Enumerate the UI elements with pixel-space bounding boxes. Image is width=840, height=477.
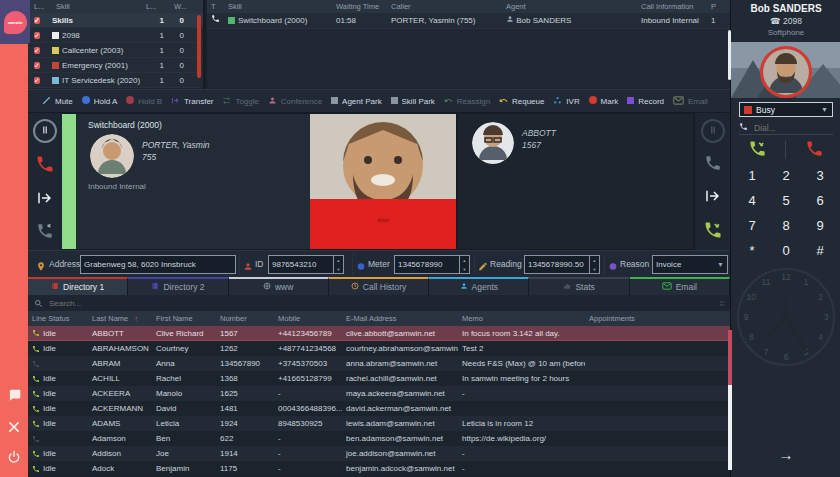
dialpad-key-3[interactable]: 3 xyxy=(803,163,837,188)
directory-row[interactable]: AdamsonBen622-ben.adamson@samwin.nethttp… xyxy=(28,431,730,446)
reassign-button[interactable]: Reassign xyxy=(444,96,490,107)
directory-row[interactable]: IdleADAMSLeticia19248948530925lewis.adam… xyxy=(28,416,730,431)
ivr-button[interactable]: IVR xyxy=(553,96,579,107)
dialpad-key-*[interactable]: * xyxy=(735,238,769,263)
columns-icon[interactable]: ⁞⁞ xyxy=(720,299,724,308)
dialpad-key-9[interactable]: 9 xyxy=(803,213,837,238)
skill-park-button[interactable]: Skill Park xyxy=(391,97,435,106)
skill-checkbox[interactable]: ✓ xyxy=(34,47,40,54)
column-header[interactable]: Number xyxy=(216,312,274,326)
column-header[interactable]: Line Status xyxy=(28,312,88,326)
reading-stepper[interactable]: ▴▾ xyxy=(590,255,600,274)
level-indicator-white[interactable] xyxy=(728,385,732,470)
column-header[interactable]: T xyxy=(207,0,224,13)
tab-email[interactable]: Email xyxy=(630,277,730,295)
record-button[interactable]: Record xyxy=(627,97,664,106)
chat-button[interactable] xyxy=(5,388,23,406)
directory-row[interactable]: ABRAMAnna134567890+3745370503anna.abram@… xyxy=(28,356,730,371)
tab-directory-2[interactable]: Directory 2 xyxy=(128,277,228,295)
column-header[interactable]: Memo xyxy=(458,312,585,326)
tab-directory-1[interactable]: Directory 1 xyxy=(28,277,128,295)
directory-row[interactable]: IdleAddisonJoe1914-joe.addison@samwin.ne… xyxy=(28,446,730,461)
directory-row[interactable]: IdleABRAHAMSONCourtney1262+487741234568c… xyxy=(28,341,730,356)
forward-button[interactable] xyxy=(36,189,54,211)
column-header[interactable]: L... xyxy=(28,0,52,13)
hold-call-button[interactable] xyxy=(33,119,57,143)
email-button[interactable]: Email xyxy=(673,96,708,107)
column-header[interactable]: E-Mail Address xyxy=(342,312,458,326)
forward-button[interactable] xyxy=(704,187,722,209)
column-header[interactable]: W... xyxy=(170,0,190,13)
column-header[interactable]: Appointments xyxy=(585,312,730,326)
skill-row[interactable]: ✓IT Servicedesk (2020)10 xyxy=(28,73,203,88)
requeue-button[interactable]: Requeue xyxy=(499,96,544,107)
presence-selector[interactable]: Busy ▼ xyxy=(739,102,833,117)
directory-row[interactable]: IdleACKEERAManolo1625-maya.ackeera@samwi… xyxy=(28,386,730,401)
call-button[interactable] xyxy=(748,139,767,162)
dialpad-key-#[interactable]: # xyxy=(803,238,837,263)
hangup-button[interactable] xyxy=(805,139,824,162)
column-header[interactable]: Waiting Time xyxy=(332,0,387,13)
address-input[interactable] xyxy=(80,255,236,274)
skills-scrollbar[interactable] xyxy=(197,15,201,78)
dialpad-key-0[interactable]: 0 xyxy=(769,238,803,263)
expand-arrow-button[interactable]: → xyxy=(731,446,840,463)
level-indicator-red[interactable] xyxy=(728,330,732,385)
agent-park-button[interactable]: Agent Park xyxy=(331,97,382,106)
skill-row[interactable]: ✓Emergency (2001)10 xyxy=(28,58,203,73)
tools-button[interactable] xyxy=(5,420,23,438)
column-header[interactable]: Agent xyxy=(502,0,637,13)
column-header[interactable]: Skill xyxy=(52,0,142,13)
dialpad-key-1[interactable]: 1 xyxy=(735,163,769,188)
hangup-button[interactable] xyxy=(704,154,722,176)
hold-call-button[interactable] xyxy=(701,119,725,143)
reading-input[interactable] xyxy=(524,255,590,274)
search-input[interactable] xyxy=(47,298,716,309)
dialpad-key-2[interactable]: 2 xyxy=(769,163,803,188)
tab-stats[interactable]: Stats xyxy=(529,277,629,295)
skill-checkbox[interactable]: ✓ xyxy=(34,17,40,24)
column-header[interactable]: Last Name ↑ xyxy=(88,312,152,326)
id-stepper[interactable]: ▴▾ xyxy=(334,255,344,274)
directory-row[interactable]: IdleACKERMANNDavid14810004366488396...da… xyxy=(28,401,730,416)
mute-button[interactable]: Mute xyxy=(42,96,73,107)
agent-panel-scrollbar-thumb[interactable] xyxy=(728,30,731,80)
dial-input[interactable] xyxy=(752,122,822,134)
skill-row[interactable]: ✓Callcenter (2003)10 xyxy=(28,43,203,58)
column-header[interactable]: Skill xyxy=(224,0,332,13)
skill-checkbox[interactable]: ✓ xyxy=(34,77,40,84)
column-header[interactable]: L... xyxy=(142,0,170,13)
directory-row[interactable]: IdleACHILLRachel1368+41665128799rachel.a… xyxy=(28,371,730,386)
transfer-button[interactable]: Transfer xyxy=(171,96,214,107)
tab-agents[interactable]: Agents xyxy=(429,277,529,295)
id-input[interactable] xyxy=(268,255,334,274)
conference-button[interactable]: Conference xyxy=(268,96,322,107)
column-header[interactable]: Call Information xyxy=(637,0,707,13)
hold-b-button[interactable]: Hold B xyxy=(126,96,162,106)
power-button[interactable] xyxy=(5,450,23,468)
hold-a-button[interactable]: Hold A xyxy=(82,96,118,106)
hangup-button[interactable] xyxy=(35,154,55,178)
dialpad-key-7[interactable]: 7 xyxy=(735,213,769,238)
skill-row[interactable]: ✓Skills10 xyxy=(28,13,203,28)
dialpad-key-6[interactable]: 6 xyxy=(803,188,837,213)
column-header[interactable]: First Name xyxy=(152,312,216,326)
dialpad-key-5[interactable]: 5 xyxy=(769,188,803,213)
toggle-button[interactable]: Toggle xyxy=(222,96,259,107)
column-header[interactable]: Caller xyxy=(387,0,502,13)
dialpad-key-8[interactable]: 8 xyxy=(769,213,803,238)
pickup-button[interactable] xyxy=(36,222,54,244)
tab-www[interactable]: www xyxy=(229,277,329,295)
directory-row[interactable]: IdleABBOTTClive Richard1567+44123456789c… xyxy=(28,326,730,341)
skill-row[interactable]: ✓209810 xyxy=(28,28,203,43)
column-header[interactable]: P xyxy=(707,0,730,13)
dialpad-key-4[interactable]: 4 xyxy=(735,188,769,213)
column-header[interactable]: Mobile xyxy=(274,312,342,326)
directory-row[interactable]: IdleAdockBenjamin1175-benjamin.adcock@sa… xyxy=(28,461,730,476)
skill-checkbox[interactable]: ✓ xyxy=(34,32,40,39)
skill-checkbox[interactable]: ✓ xyxy=(34,62,40,69)
mark-button[interactable]: Mark xyxy=(589,96,619,106)
call-row[interactable]: Switchboard (2000)01:58PORTER, Yasmin (7… xyxy=(207,13,730,29)
reason-select[interactable]: Invoice ▼ xyxy=(652,255,728,274)
transfer-call-button[interactable] xyxy=(703,220,723,244)
